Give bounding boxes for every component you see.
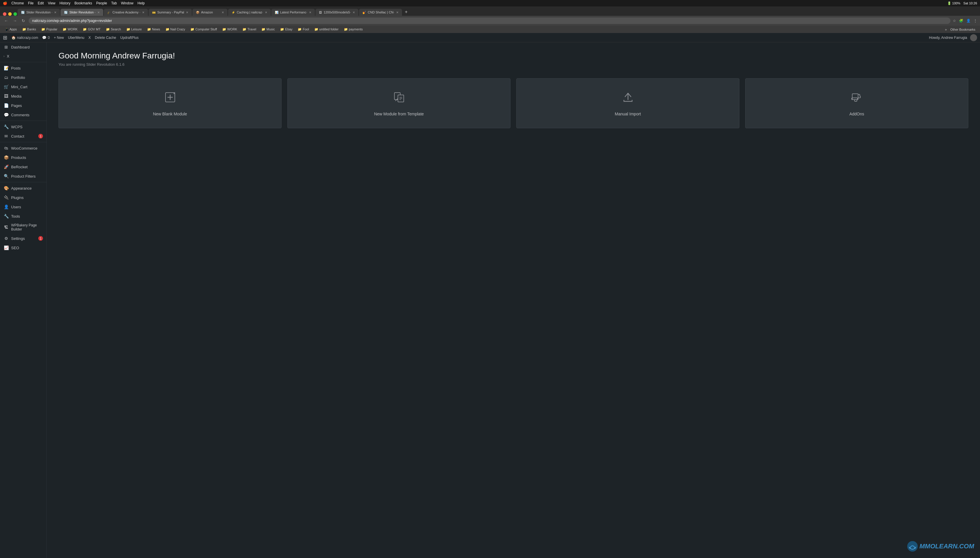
- admin-bar-avatar[interactable]: [970, 34, 977, 41]
- sidebar-item-media[interactable]: 🖼 Media: [0, 92, 46, 101]
- manual-import-card[interactable]: Manual Import: [516, 78, 739, 128]
- browser-tab-6[interactable]: ⚡ Caching | nailcraz· ✕: [228, 9, 271, 16]
- tab-close-4[interactable]: ✕: [186, 11, 188, 14]
- apple-icon[interactable]: 🍎: [3, 1, 7, 5]
- sidebar-item-posts[interactable]: 📝 Posts: [0, 63, 46, 73]
- bookmark-other[interactable]: Other Bookmarks: [949, 27, 977, 32]
- browser-tab-5[interactable]: 📦 Amazon ✕: [192, 9, 227, 16]
- sidebar-item-wcps[interactable]: 🔧 WCPS: [0, 122, 46, 131]
- bookmark-nailcrazy[interactable]: 📁 Nail Crazy: [164, 27, 187, 32]
- sidebar-item-product-filters[interactable]: 🔍 Product Filters: [0, 171, 46, 181]
- browser-tab-8[interactable]: 🖼 1200x500models5· ✕: [316, 9, 358, 16]
- view-menu[interactable]: View: [48, 1, 56, 5]
- tab-close-9[interactable]: ✕: [396, 11, 398, 14]
- admin-bar-site[interactable]: 🏠 nailcrazy.com: [12, 36, 38, 40]
- admin-bar-comments[interactable]: 💬 0: [42, 36, 50, 40]
- sidebar-item-seo[interactable]: 📈 SEO: [0, 243, 46, 253]
- manual-import-icon: [621, 90, 635, 107]
- admin-bar-ubermenu[interactable]: UberMenu: [68, 36, 84, 40]
- sidebar-item-portfolio[interactable]: 🗂 Portfolio: [0, 73, 46, 82]
- browser-tab-1[interactable]: 🔄 Slider Revolution · ✕: [18, 9, 60, 16]
- more-icon[interactable]: ⋮: [973, 19, 977, 23]
- bookmark-computer-stuff[interactable]: 📁 Computer Stuff: [189, 27, 219, 32]
- sidebar-item-settings[interactable]: ⚙ Settings 1: [0, 234, 46, 243]
- maximize-window-button[interactable]: [13, 12, 17, 16]
- bookmark-leisure[interactable]: 📁 Leisure: [125, 27, 143, 32]
- tab-close-3[interactable]: ✕: [142, 11, 145, 14]
- forward-button[interactable]: →: [12, 18, 18, 24]
- history-menu[interactable]: History: [60, 1, 71, 5]
- bookmark-news[interactable]: 📁 News: [145, 27, 162, 32]
- sidebar-item-x[interactable]: › X: [0, 52, 46, 61]
- help-menu[interactable]: Help: [137, 1, 145, 5]
- admin-bar-x[interactable]: X: [89, 36, 91, 40]
- edit-menu[interactable]: Edit: [38, 1, 44, 5]
- bookmark-icon[interactable]: ☆: [953, 19, 956, 23]
- sidebar-item-pages[interactable]: 📄 Pages: [0, 101, 46, 110]
- bookmarks-menu[interactable]: Bookmarks: [74, 1, 92, 5]
- sidebar-label-mini-cart: Mini_Cart: [11, 85, 28, 89]
- sidebar-item-dashboard[interactable]: ⊞ Dashboard: [0, 43, 46, 52]
- portfolio-icon: 🗂: [3, 75, 9, 80]
- bookmark-popular[interactable]: 📁 Popular: [39, 27, 59, 32]
- bookmark-payments[interactable]: 📁 payments: [342, 27, 365, 32]
- tab-label-2: Slider Revolution ·: [69, 10, 95, 14]
- bookmark-govmt[interactable]: 📁 GOV MT: [81, 27, 102, 32]
- bookmark-work2[interactable]: 📁 WORK: [220, 27, 239, 32]
- new-template-module-card[interactable]: New Module from Template: [288, 78, 510, 128]
- tools-icon: 🔧: [3, 214, 9, 218]
- sidebar-item-products[interactable]: 📦 Products: [0, 153, 46, 162]
- tab-close-8[interactable]: ✕: [353, 11, 355, 14]
- tab-close-1[interactable]: ✕: [54, 11, 56, 14]
- more-bookmarks[interactable]: »: [945, 28, 947, 31]
- bookmark-travel[interactable]: 📁 Travel: [241, 27, 258, 32]
- bookmark-work1[interactable]: 📁 WORK: [61, 27, 79, 32]
- browser-tab-7[interactable]: 📊 Latest Performanc· ✕: [271, 9, 315, 16]
- sidebar-item-appearance[interactable]: 🎨 Appearance: [0, 184, 46, 193]
- wp-logo[interactable]: ⊞: [3, 34, 7, 41]
- contact-badge: 1: [38, 134, 43, 138]
- chrome-menu[interactable]: Chrome: [12, 1, 24, 5]
- addons-card[interactable]: AddOns: [745, 78, 968, 128]
- browser-tab-9[interactable]: 💅 CND Shellac | CN· ✕: [359, 9, 402, 16]
- sidebar-item-berocket[interactable]: 🚀 BeRocket: [0, 162, 46, 171]
- bookmark-banks[interactable]: 📁 Banks: [20, 27, 38, 32]
- sidebar-item-comments[interactable]: 💬 Comments: [0, 110, 46, 120]
- file-menu[interactable]: File: [28, 1, 34, 5]
- window-menu[interactable]: Window: [121, 1, 133, 5]
- reload-button[interactable]: ↻: [20, 18, 26, 24]
- tab-close-2[interactable]: ✕: [97, 11, 100, 14]
- new-blank-module-card[interactable]: New Blank Module: [59, 78, 281, 128]
- browser-tab-2[interactable]: 🔄 Slider Revolution · ✕: [61, 9, 103, 16]
- address-bar[interactable]: nailcrazy.com/wp-admin/admin.php?page=re…: [29, 18, 950, 24]
- tab-close-5[interactable]: ✕: [222, 11, 224, 14]
- bookmark-music[interactable]: 📁 Music: [260, 27, 276, 32]
- tab-menu[interactable]: Tab: [111, 1, 117, 5]
- new-tab-button[interactable]: +: [403, 8, 410, 16]
- admin-bar-delete-cache[interactable]: Delete Cache: [95, 36, 116, 40]
- tab-close-6[interactable]: ✕: [265, 11, 267, 14]
- close-window-button[interactable]: [3, 12, 7, 16]
- profile-icon[interactable]: 👤: [966, 19, 971, 23]
- tab-close-7[interactable]: ✕: [309, 11, 311, 14]
- browser-tab-3[interactable]: 🎓 Creative Academy · ✕: [104, 9, 148, 16]
- extensions-icon[interactable]: 🧩: [959, 19, 964, 23]
- bookmark-apps[interactable]: 📱 Apps: [3, 27, 19, 32]
- sidebar-item-mini-cart[interactable]: 🛒 Mini_Cart: [0, 82, 46, 92]
- minimize-window-button[interactable]: [8, 12, 12, 16]
- sidebar-item-wpbakery[interactable]: 🏗 WPBakery Page Builder: [0, 221, 46, 234]
- admin-bar-updraft[interactable]: UpdraftPlus: [120, 36, 138, 40]
- back-button[interactable]: ←: [3, 18, 9, 24]
- sidebar-item-plugins[interactable]: 🔌 Plugins: [0, 193, 46, 202]
- bookmark-search[interactable]: 📁 Search: [104, 27, 123, 32]
- sidebar-item-woocommerce[interactable]: 🛍 WooCommerce: [0, 143, 46, 153]
- people-menu[interactable]: People: [96, 1, 107, 5]
- sidebar-item-tools[interactable]: 🔧 Tools: [0, 212, 46, 221]
- bookmark-untitled[interactable]: 📁 untitled folder: [312, 27, 340, 32]
- bookmark-ebay[interactable]: 📁 Ebay: [278, 27, 294, 32]
- admin-bar-new[interactable]: + New: [54, 36, 64, 40]
- sidebar-item-users[interactable]: 👤 Users: [0, 202, 46, 212]
- bookmark-fool[interactable]: 📁 Fool: [296, 27, 311, 32]
- browser-tab-4[interactable]: 💳 Summary - PayPal ✕: [148, 9, 192, 16]
- sidebar-item-contact[interactable]: ✉ Contact 1: [0, 131, 46, 141]
